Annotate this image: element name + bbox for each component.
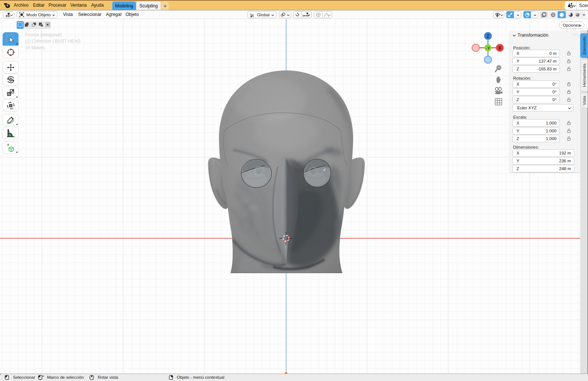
svg-text:-Y: -Y [486, 46, 491, 50]
svg-text:Z: Z [486, 34, 489, 39]
svg-text:X: X [498, 46, 501, 51]
